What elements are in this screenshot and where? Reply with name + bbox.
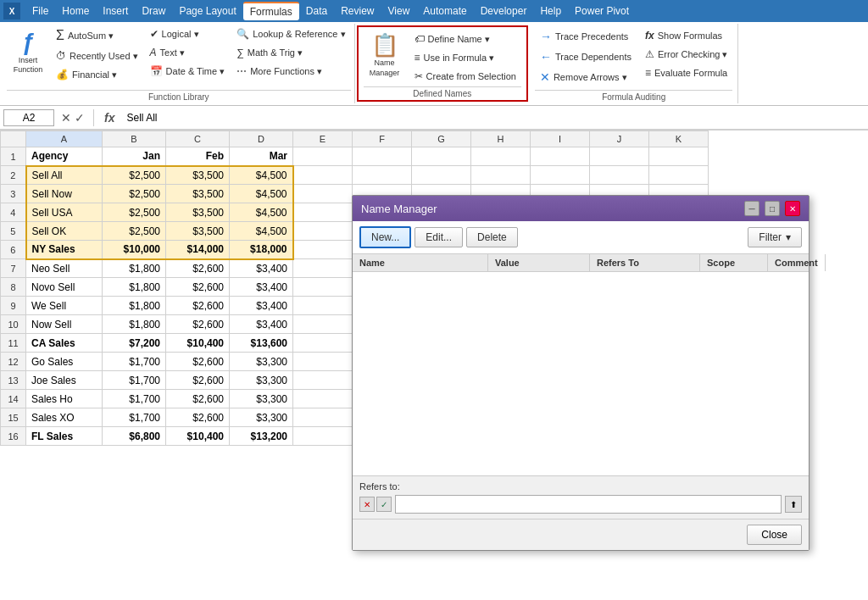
menu-review[interactable]: Review — [334, 3, 381, 19]
cell-d10[interactable]: $3,400 — [230, 315, 293, 334]
cell-b3[interactable]: $2,500 — [103, 185, 166, 203]
cell-b14[interactable]: $1,700 — [103, 390, 166, 408]
cell-b4[interactable]: $2,500 — [103, 203, 166, 222]
refers-to-input[interactable] — [395, 495, 782, 514]
cell-b1[interactable]: Jan — [103, 147, 166, 166]
cell-d3[interactable]: $4,500 — [230, 185, 293, 203]
cell-a9[interactable]: We Sell — [26, 297, 103, 315]
filter-button[interactable]: Filter ▾ — [748, 227, 802, 247]
cell-d13[interactable]: $3,300 — [230, 371, 293, 390]
cell-f1[interactable] — [353, 147, 412, 166]
col-header-b[interactable]: B — [103, 131, 166, 147]
cell-c10[interactable]: $2,600 — [166, 315, 230, 334]
cell-b5[interactable]: $2,500 — [103, 222, 166, 241]
cell-e3[interactable] — [293, 185, 353, 203]
name-manager-button[interactable]: 📋 NameManager — [364, 29, 406, 81]
menu-draw[interactable]: Draw — [135, 3, 172, 19]
cell-reference-box[interactable] — [3, 109, 54, 126]
cell-b6[interactable]: $10,000 — [103, 241, 166, 259]
menu-page-layout[interactable]: Page Layout — [172, 3, 242, 19]
cell-c4[interactable]: $3,500 — [166, 203, 230, 222]
cell-d8[interactable]: $3,400 — [230, 278, 293, 297]
dialog-maximize-button[interactable]: □ — [765, 201, 780, 216]
cell-h2[interactable] — [471, 166, 531, 185]
cell-c11[interactable]: $10,400 — [166, 334, 230, 353]
col-header-h[interactable]: H — [471, 131, 531, 147]
cell-d2[interactable]: $4,500 — [230, 166, 293, 185]
menu-view[interactable]: View — [381, 3, 417, 19]
define-name-button[interactable]: 🏷 Define Name ▾ — [409, 31, 521, 47]
cell-g1[interactable] — [412, 147, 471, 166]
cell-d14[interactable]: $3,300 — [230, 390, 293, 408]
cell-d15[interactable]: $3,300 — [230, 408, 293, 427]
new-name-button[interactable]: New... — [359, 226, 411, 248]
cell-c14[interactable]: $2,600 — [166, 390, 230, 408]
menu-help[interactable]: Help — [533, 3, 568, 19]
cell-c2[interactable]: $3,500 — [166, 166, 230, 185]
cell-d5[interactable]: $4,500 — [230, 222, 293, 241]
col-header-a[interactable]: A — [26, 131, 103, 147]
cell-b11[interactable]: $7,200 — [103, 334, 166, 353]
dialog-list-body[interactable] — [353, 272, 809, 475]
cell-c13[interactable]: $2,600 — [166, 371, 230, 390]
insert-function-button[interactable]: ƒ InsertFunction — [7, 25, 49, 78]
date-time-button[interactable]: 📅 Date & Time ▾ — [145, 63, 231, 80]
cell-e12[interactable] — [293, 353, 353, 371]
cell-c9[interactable]: $2,600 — [166, 297, 230, 315]
menu-formulas[interactable]: Formulas — [243, 2, 299, 20]
cell-e5[interactable] — [293, 222, 353, 241]
cell-d1[interactable]: Mar — [230, 147, 293, 166]
cell-b13[interactable]: $1,700 — [103, 371, 166, 390]
cell-c7[interactable]: $2,600 — [166, 259, 230, 278]
cell-c1[interactable]: Feb — [166, 147, 230, 166]
cell-c5[interactable]: $3,500 — [166, 222, 230, 241]
menu-file[interactable]: File — [25, 3, 55, 19]
show-formulas-button[interactable]: fx Show Formulas — [640, 27, 732, 44]
cell-e2[interactable] — [293, 166, 353, 185]
cell-a10[interactable]: Now Sell — [26, 315, 103, 334]
cell-d9[interactable]: $3,400 — [230, 297, 293, 315]
cell-b7[interactable]: $1,800 — [103, 259, 166, 278]
cell-a12[interactable]: Go Sales — [26, 353, 103, 371]
dialog-close-footer-button[interactable]: Close — [747, 525, 802, 545]
cell-j2[interactable] — [590, 166, 649, 185]
refers-to-expand-button[interactable]: ⬆ — [785, 496, 802, 513]
cell-e10[interactable] — [293, 315, 353, 334]
cell-e6[interactable] — [293, 241, 353, 259]
text-button[interactable]: A Text ▾ — [145, 44, 231, 61]
trace-precedents-button[interactable]: → Trace Precedents — [535, 27, 637, 46]
cell-c6[interactable]: $14,000 — [166, 241, 230, 259]
dialog-close-button[interactable]: ✕ — [785, 201, 800, 216]
cell-d16[interactable]: $13,200 — [230, 427, 293, 446]
menu-home[interactable]: Home — [55, 3, 96, 19]
cell-a5[interactable]: Sell OK — [26, 222, 103, 241]
cell-e4[interactable] — [293, 203, 353, 222]
error-checking-button[interactable]: ⚠ Error Checking ▾ — [640, 46, 732, 63]
cell-a2[interactable]: Sell All — [26, 166, 103, 185]
cell-b8[interactable]: $1,800 — [103, 278, 166, 297]
cell-a1[interactable]: Agency — [26, 147, 103, 166]
col-header-i[interactable]: I — [531, 131, 590, 147]
cell-b2[interactable]: $2,500 — [103, 166, 166, 185]
cell-e16[interactable] — [293, 427, 353, 446]
cell-a13[interactable]: Joe Sales — [26, 371, 103, 390]
cell-a7[interactable]: Neo Sell — [26, 259, 103, 278]
col-header-c[interactable]: C — [166, 131, 230, 147]
cell-d7[interactable]: $3,400 — [230, 259, 293, 278]
cell-a11[interactable]: CA Sales — [26, 334, 103, 353]
col-header-d[interactable]: D — [230, 131, 293, 147]
create-from-selection-button[interactable]: ✂ Create from Selection — [409, 68, 521, 85]
cell-a4[interactable]: Sell USA — [26, 203, 103, 222]
financial-button[interactable]: 💰 Financial ▾ — [51, 66, 143, 83]
confirm-formula-icon[interactable]: ✓ — [75, 111, 85, 125]
cell-b9[interactable]: $1,800 — [103, 297, 166, 315]
cell-e13[interactable] — [293, 371, 353, 390]
evaluate-formula-button[interactable]: ≡ Evaluate Formula — [640, 64, 732, 81]
cell-i1[interactable] — [531, 147, 590, 166]
formula-input[interactable] — [123, 110, 865, 125]
cell-f2[interactable] — [353, 166, 412, 185]
cell-b15[interactable]: $1,700 — [103, 408, 166, 427]
autosum-button[interactable]: Σ AutoSum ▾ — [51, 25, 143, 46]
cell-a15[interactable]: Sales XO — [26, 408, 103, 427]
col-header-g[interactable]: G — [412, 131, 471, 147]
